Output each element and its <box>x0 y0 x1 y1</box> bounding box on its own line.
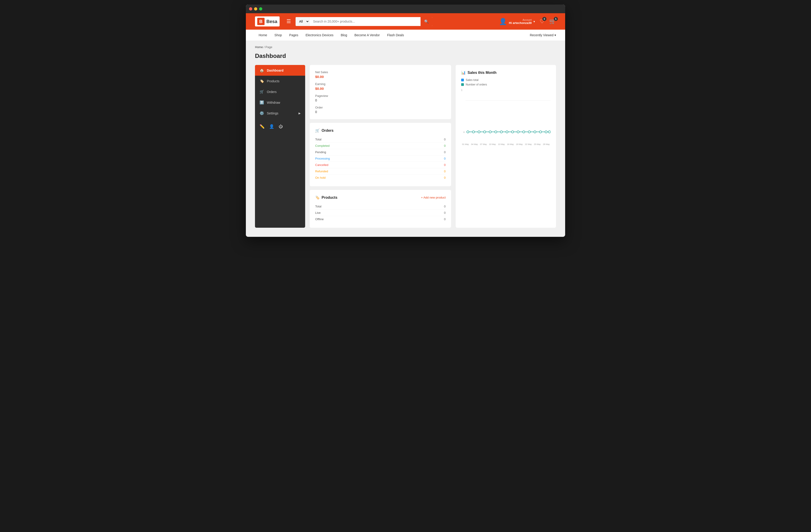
app-window: B Besa ☰ All 🔍 👤 Account Hi artechonza39… <box>246 4 565 237</box>
chart-area: 📊 Sales this Month Sales total Number of… <box>456 65 556 228</box>
product-total-label: Total <box>315 205 321 208</box>
order-processing-value: 0 <box>444 157 446 160</box>
stat-pageview: Pageview 0 <box>315 94 446 102</box>
pageview-label: Pageview <box>315 94 446 97</box>
svg-point-3 <box>467 131 469 133</box>
earning-label: Earning <box>315 82 446 86</box>
order-refunded-value: 0 <box>444 170 446 173</box>
stats-card: Net Sales $0.00 Earning $0.00 Pageview 0… <box>310 65 451 119</box>
product-offline-value: 0 <box>444 217 446 221</box>
sidebar-item-settings[interactable]: ⚙️ Settings ▶ <box>255 108 305 119</box>
orders-title-text: Orders <box>322 128 334 132</box>
nav-become-vendor[interactable]: Become A Vendor <box>351 30 383 41</box>
order-row-completed: Completed 0 <box>315 143 446 149</box>
x-label-1: 01 May <box>462 143 469 145</box>
x-label-6: 16 May <box>507 143 514 145</box>
x-label-4: 10 May <box>489 143 496 145</box>
svg-point-12 <box>517 131 519 133</box>
search-button[interactable]: 🔍 <box>420 17 432 26</box>
y-axis-label: 1 <box>461 89 462 91</box>
svg-point-10 <box>506 131 508 133</box>
order-completed-value: 0 <box>444 144 446 147</box>
chart-legend: Sales total Number of orders <box>461 78 551 86</box>
close-button[interactable] <box>249 7 252 11</box>
order-pending-value: 0 <box>444 151 446 154</box>
cart-badge: 5 <box>554 17 558 21</box>
sidebar-label-settings: Settings <box>267 111 278 115</box>
svg-point-4 <box>472 131 475 133</box>
order-row-total: Total 0 <box>315 136 446 143</box>
nav-home[interactable]: Home <box>255 30 271 41</box>
recently-viewed-dropdown[interactable]: Recently Viewed ▾ <box>530 33 556 37</box>
logo-name: Besa <box>266 19 277 24</box>
edit-icon[interactable]: ✏️ <box>260 124 264 129</box>
order-cancelled-value: 0 <box>444 163 446 167</box>
x-label-7: 19 May <box>516 143 523 145</box>
order-total-value: 0 <box>444 138 446 141</box>
chart-title-icon: 📊 <box>461 71 466 75</box>
sidebar-item-products[interactable]: 🏷️ Products <box>255 76 305 87</box>
chart-title-text: Sales this Month <box>468 71 496 75</box>
x-label-8: 22 May <box>525 143 532 145</box>
nav-shop[interactable]: Shop <box>271 30 286 41</box>
hamburger-icon[interactable]: ☰ <box>287 18 291 25</box>
x-axis-labels: 01 May 04 May 07 May 10 May 13 May 16 Ma… <box>461 143 551 145</box>
breadcrumb-separator: / <box>264 45 265 49</box>
nav-pages[interactable]: Pages <box>286 30 302 41</box>
power-icon[interactable]: ⏻ <box>279 124 283 129</box>
breadcrumb-home[interactable]: Home <box>255 45 263 49</box>
search-bar: All 🔍 <box>295 17 432 26</box>
wishlist-button[interactable]: ♡ 0 <box>540 18 545 25</box>
svg-point-5 <box>478 131 480 133</box>
account-dropdown[interactable]: 👤 Account Hi artechonza39 ▾ <box>499 18 535 25</box>
nav-flash-deals[interactable]: Flash Deals <box>383 30 408 41</box>
sidebar: 🏠 Dashboard 🏷️ Products 🛒 Orders ⬆️ With… <box>255 65 305 228</box>
products-icon: 🏷️ <box>260 79 264 83</box>
sidebar-item-orders[interactable]: 🛒 Orders <box>255 87 305 97</box>
legend-num-orders: Number of orders <box>461 83 551 86</box>
account-details: Account Hi artechonza39 <box>509 18 532 25</box>
earning-value: $0.00 <box>315 87 446 91</box>
profile-icon[interactable]: 👤 <box>269 124 274 129</box>
breadcrumb-current: Page <box>265 45 272 49</box>
orders-title-icon: 🛒 <box>315 128 320 132</box>
legend-blue-dot <box>461 79 464 81</box>
svg-point-7 <box>489 131 491 133</box>
chart-title: 📊 Sales this Month <box>461 71 551 75</box>
search-input[interactable] <box>309 17 420 26</box>
category-select[interactable]: All <box>295 17 309 26</box>
stat-net-sales: Net Sales $0.00 <box>315 71 446 79</box>
nav-electronics[interactable]: Electronics Devices <box>302 30 337 41</box>
products-card: 🏷️ Products + Add new product Total 0 Li… <box>310 190 451 228</box>
recently-viewed-chevron-icon: ▾ <box>554 33 556 37</box>
withdraw-icon: ⬆️ <box>260 100 264 105</box>
minimize-button[interactable] <box>254 7 257 11</box>
order-row-onhold: On hold 0 <box>315 175 446 181</box>
maximize-button[interactable] <box>259 7 262 11</box>
sidebar-label-products: Products <box>267 79 279 83</box>
logo[interactable]: B Besa <box>255 16 280 27</box>
x-label-3: 07 May <box>480 143 487 145</box>
pageview-value: 0 <box>315 98 446 102</box>
products-title-text: Products <box>322 195 337 200</box>
sidebar-label-dashboard: Dashboard <box>267 68 284 72</box>
svg-point-14 <box>528 131 531 133</box>
header-right: 👤 Account Hi artechonza39 ▾ ♡ 0 🛒 5 <box>499 18 556 25</box>
add-product-button[interactable]: + Add new product <box>421 196 446 199</box>
recently-viewed-label: Recently Viewed <box>530 33 553 37</box>
cart-button[interactable]: 🛒 5 <box>549 18 556 25</box>
orders-card-title: 🛒 Orders <box>315 128 446 132</box>
product-row-live: Live 0 <box>315 210 446 216</box>
net-sales-label: Net Sales <box>315 71 446 74</box>
svg-point-18 <box>548 131 551 133</box>
order-row-pending: Pending 0 <box>315 149 446 155</box>
svg-text:0: 0 <box>463 131 465 134</box>
stat-order: Order 0 <box>315 106 446 114</box>
sidebar-item-withdraw[interactable]: ⬆️ Withdraw <box>255 97 305 108</box>
order-cancelled-label: Cancelled <box>315 163 328 167</box>
order-row-cancelled: Cancelled 0 <box>315 162 446 168</box>
sidebar-bottom: ✏️ 👤 ⏻ <box>255 121 305 132</box>
svg-point-6 <box>484 131 486 133</box>
sidebar-item-dashboard[interactable]: 🏠 Dashboard <box>255 65 305 76</box>
nav-blog[interactable]: Blog <box>337 30 351 41</box>
